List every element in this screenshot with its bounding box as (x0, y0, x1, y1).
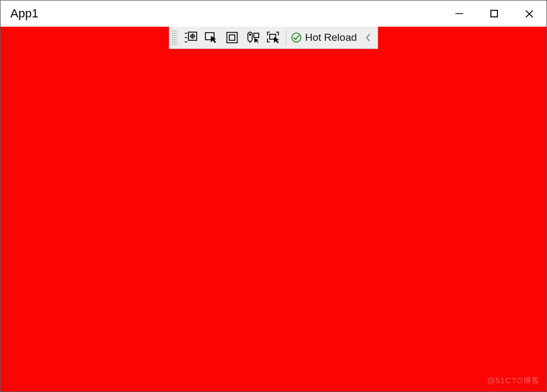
drag-grip-icon[interactable] (172, 30, 177, 45)
svg-point-16 (249, 34, 251, 36)
collapse-toolbar-button[interactable] (362, 33, 374, 42)
live-visual-tree-icon (184, 32, 197, 44)
minimize-button[interactable] (442, 1, 477, 27)
go-to-live-visual-tree-button[interactable] (264, 29, 283, 46)
svg-rect-13 (227, 33, 237, 43)
client-area: Hot Reload @51CTO博客 (1, 27, 546, 391)
close-button[interactable] (512, 1, 546, 27)
close-icon (525, 9, 534, 19)
svg-marker-19 (254, 38, 259, 43)
track-focused-element-button[interactable] (244, 29, 262, 46)
xaml-debug-toolbar[interactable]: Hot Reload (169, 27, 378, 49)
toolbar-separator (286, 30, 287, 45)
select-element-icon (205, 32, 218, 44)
hot-reload-check-icon (291, 32, 302, 43)
window-title: App1 (10, 7, 38, 21)
window-controls (442, 1, 546, 27)
svg-rect-18 (254, 33, 259, 38)
hot-reload-button[interactable]: Hot Reload (289, 32, 359, 44)
go-to-live-visual-tree-icon (267, 32, 280, 44)
svg-rect-1 (491, 10, 497, 17)
minimize-icon (455, 9, 464, 18)
title-bar[interactable]: App1 (1, 1, 546, 27)
svg-marker-12 (211, 36, 216, 43)
track-focused-element-icon (246, 32, 259, 44)
maximize-icon (490, 9, 499, 18)
select-element-button[interactable] (202, 29, 221, 46)
app-window: App1 (0, 0, 547, 392)
svg-marker-21 (274, 37, 279, 44)
display-layout-adorners-icon (226, 32, 238, 44)
watermark-text: @51CTO博客 (487, 376, 540, 386)
hot-reload-label: Hot Reload (305, 32, 357, 44)
maximize-button[interactable] (477, 1, 512, 27)
svg-point-22 (292, 33, 301, 42)
chevron-left-icon (365, 33, 372, 42)
display-layout-adorners-button[interactable] (223, 29, 241, 46)
live-visual-tree-button[interactable] (181, 29, 200, 46)
svg-rect-14 (229, 35, 235, 40)
